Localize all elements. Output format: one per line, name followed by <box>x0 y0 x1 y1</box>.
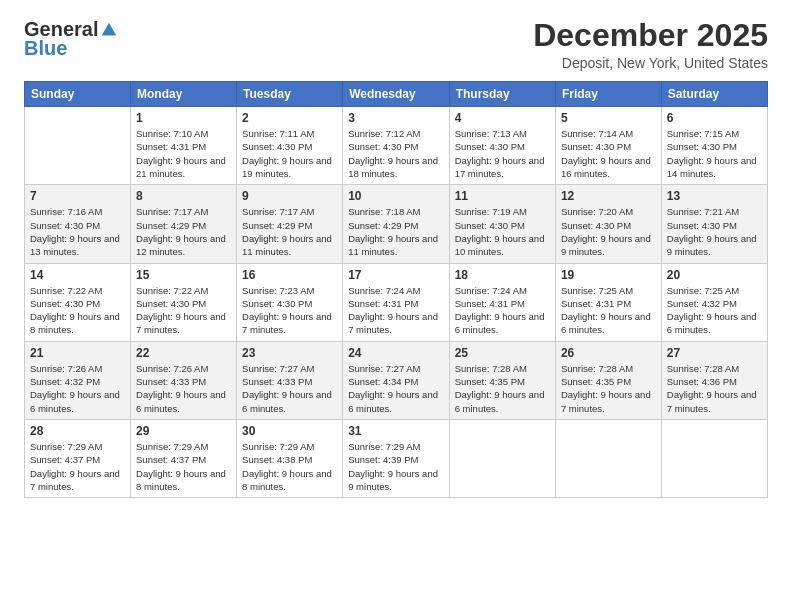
day-number: 9 <box>242 189 337 203</box>
day-info: Sunrise: 7:21 AM Sunset: 4:30 PM Dayligh… <box>667 205 762 258</box>
header-monday: Monday <box>131 82 237 107</box>
table-row: 23Sunrise: 7:27 AM Sunset: 4:33 PM Dayli… <box>237 341 343 419</box>
day-number: 8 <box>136 189 231 203</box>
day-number: 10 <box>348 189 443 203</box>
table-row: 3Sunrise: 7:12 AM Sunset: 4:30 PM Daylig… <box>343 107 449 185</box>
day-info: Sunrise: 7:16 AM Sunset: 4:30 PM Dayligh… <box>30 205 125 258</box>
day-number: 19 <box>561 268 656 282</box>
day-info: Sunrise: 7:18 AM Sunset: 4:29 PM Dayligh… <box>348 205 443 258</box>
day-number: 15 <box>136 268 231 282</box>
day-number: 27 <box>667 346 762 360</box>
table-row <box>661 419 767 497</box>
day-number: 22 <box>136 346 231 360</box>
page: General Blue December 2025 Deposit, New … <box>0 0 792 612</box>
header-saturday: Saturday <box>661 82 767 107</box>
day-number: 6 <box>667 111 762 125</box>
table-row: 7Sunrise: 7:16 AM Sunset: 4:30 PM Daylig… <box>25 185 131 263</box>
table-row: 6Sunrise: 7:15 AM Sunset: 4:30 PM Daylig… <box>661 107 767 185</box>
calendar: Sunday Monday Tuesday Wednesday Thursday… <box>24 81 768 498</box>
table-row: 26Sunrise: 7:28 AM Sunset: 4:35 PM Dayli… <box>555 341 661 419</box>
day-info: Sunrise: 7:28 AM Sunset: 4:35 PM Dayligh… <box>561 362 656 415</box>
table-row: 24Sunrise: 7:27 AM Sunset: 4:34 PM Dayli… <box>343 341 449 419</box>
main-title: December 2025 <box>533 18 768 53</box>
day-info: Sunrise: 7:29 AM Sunset: 4:39 PM Dayligh… <box>348 440 443 493</box>
day-number: 1 <box>136 111 231 125</box>
table-row <box>449 419 555 497</box>
day-info: Sunrise: 7:22 AM Sunset: 4:30 PM Dayligh… <box>30 284 125 337</box>
header-sunday: Sunday <box>25 82 131 107</box>
table-row: 22Sunrise: 7:26 AM Sunset: 4:33 PM Dayli… <box>131 341 237 419</box>
day-info: Sunrise: 7:28 AM Sunset: 4:35 PM Dayligh… <box>455 362 550 415</box>
day-info: Sunrise: 7:25 AM Sunset: 4:31 PM Dayligh… <box>561 284 656 337</box>
logo: General Blue <box>24 18 118 60</box>
table-row: 13Sunrise: 7:21 AM Sunset: 4:30 PM Dayli… <box>661 185 767 263</box>
table-row: 8Sunrise: 7:17 AM Sunset: 4:29 PM Daylig… <box>131 185 237 263</box>
table-row: 21Sunrise: 7:26 AM Sunset: 4:32 PM Dayli… <box>25 341 131 419</box>
day-number: 31 <box>348 424 443 438</box>
day-info: Sunrise: 7:12 AM Sunset: 4:30 PM Dayligh… <box>348 127 443 180</box>
day-info: Sunrise: 7:27 AM Sunset: 4:34 PM Dayligh… <box>348 362 443 415</box>
day-number: 23 <box>242 346 337 360</box>
day-info: Sunrise: 7:26 AM Sunset: 4:32 PM Dayligh… <box>30 362 125 415</box>
day-number: 21 <box>30 346 125 360</box>
day-number: 13 <box>667 189 762 203</box>
table-row <box>25 107 131 185</box>
week-row-3: 21Sunrise: 7:26 AM Sunset: 4:32 PM Dayli… <box>25 341 768 419</box>
header-thursday: Thursday <box>449 82 555 107</box>
logo-blue: Blue <box>24 37 67 60</box>
table-row: 1Sunrise: 7:10 AM Sunset: 4:31 PM Daylig… <box>131 107 237 185</box>
week-row-4: 28Sunrise: 7:29 AM Sunset: 4:37 PM Dayli… <box>25 419 768 497</box>
table-row: 12Sunrise: 7:20 AM Sunset: 4:30 PM Dayli… <box>555 185 661 263</box>
table-row: 19Sunrise: 7:25 AM Sunset: 4:31 PM Dayli… <box>555 263 661 341</box>
day-info: Sunrise: 7:29 AM Sunset: 4:37 PM Dayligh… <box>30 440 125 493</box>
table-row: 15Sunrise: 7:22 AM Sunset: 4:30 PM Dayli… <box>131 263 237 341</box>
day-number: 14 <box>30 268 125 282</box>
table-row: 10Sunrise: 7:18 AM Sunset: 4:29 PM Dayli… <box>343 185 449 263</box>
day-number: 4 <box>455 111 550 125</box>
table-row: 30Sunrise: 7:29 AM Sunset: 4:38 PM Dayli… <box>237 419 343 497</box>
day-number: 29 <box>136 424 231 438</box>
table-row: 20Sunrise: 7:25 AM Sunset: 4:32 PM Dayli… <box>661 263 767 341</box>
day-info: Sunrise: 7:14 AM Sunset: 4:30 PM Dayligh… <box>561 127 656 180</box>
table-row: 14Sunrise: 7:22 AM Sunset: 4:30 PM Dayli… <box>25 263 131 341</box>
header-wednesday: Wednesday <box>343 82 449 107</box>
title-block: December 2025 Deposit, New York, United … <box>533 18 768 71</box>
day-info: Sunrise: 7:24 AM Sunset: 4:31 PM Dayligh… <box>455 284 550 337</box>
day-number: 28 <box>30 424 125 438</box>
day-number: 2 <box>242 111 337 125</box>
day-number: 16 <box>242 268 337 282</box>
table-row: 28Sunrise: 7:29 AM Sunset: 4:37 PM Dayli… <box>25 419 131 497</box>
day-info: Sunrise: 7:28 AM Sunset: 4:36 PM Dayligh… <box>667 362 762 415</box>
day-number: 11 <box>455 189 550 203</box>
day-info: Sunrise: 7:10 AM Sunset: 4:31 PM Dayligh… <box>136 127 231 180</box>
day-number: 7 <box>30 189 125 203</box>
day-number: 25 <box>455 346 550 360</box>
table-row: 18Sunrise: 7:24 AM Sunset: 4:31 PM Dayli… <box>449 263 555 341</box>
day-info: Sunrise: 7:24 AM Sunset: 4:31 PM Dayligh… <box>348 284 443 337</box>
table-row: 9Sunrise: 7:17 AM Sunset: 4:29 PM Daylig… <box>237 185 343 263</box>
day-info: Sunrise: 7:15 AM Sunset: 4:30 PM Dayligh… <box>667 127 762 180</box>
day-info: Sunrise: 7:17 AM Sunset: 4:29 PM Dayligh… <box>136 205 231 258</box>
week-row-0: 1Sunrise: 7:10 AM Sunset: 4:31 PM Daylig… <box>25 107 768 185</box>
table-row: 4Sunrise: 7:13 AM Sunset: 4:30 PM Daylig… <box>449 107 555 185</box>
table-row: 17Sunrise: 7:24 AM Sunset: 4:31 PM Dayli… <box>343 263 449 341</box>
table-row: 25Sunrise: 7:28 AM Sunset: 4:35 PM Dayli… <box>449 341 555 419</box>
day-info: Sunrise: 7:23 AM Sunset: 4:30 PM Dayligh… <box>242 284 337 337</box>
day-number: 18 <box>455 268 550 282</box>
table-row: 16Sunrise: 7:23 AM Sunset: 4:30 PM Dayli… <box>237 263 343 341</box>
day-info: Sunrise: 7:26 AM Sunset: 4:33 PM Dayligh… <box>136 362 231 415</box>
day-info: Sunrise: 7:13 AM Sunset: 4:30 PM Dayligh… <box>455 127 550 180</box>
week-row-1: 7Sunrise: 7:16 AM Sunset: 4:30 PM Daylig… <box>25 185 768 263</box>
day-number: 24 <box>348 346 443 360</box>
day-info: Sunrise: 7:19 AM Sunset: 4:30 PM Dayligh… <box>455 205 550 258</box>
day-info: Sunrise: 7:27 AM Sunset: 4:33 PM Dayligh… <box>242 362 337 415</box>
table-row: 5Sunrise: 7:14 AM Sunset: 4:30 PM Daylig… <box>555 107 661 185</box>
table-row: 31Sunrise: 7:29 AM Sunset: 4:39 PM Dayli… <box>343 419 449 497</box>
day-number: 30 <box>242 424 337 438</box>
header-friday: Friday <box>555 82 661 107</box>
day-info: Sunrise: 7:29 AM Sunset: 4:38 PM Dayligh… <box>242 440 337 493</box>
table-row: 27Sunrise: 7:28 AM Sunset: 4:36 PM Dayli… <box>661 341 767 419</box>
table-row: 11Sunrise: 7:19 AM Sunset: 4:30 PM Dayli… <box>449 185 555 263</box>
day-number: 20 <box>667 268 762 282</box>
day-number: 26 <box>561 346 656 360</box>
